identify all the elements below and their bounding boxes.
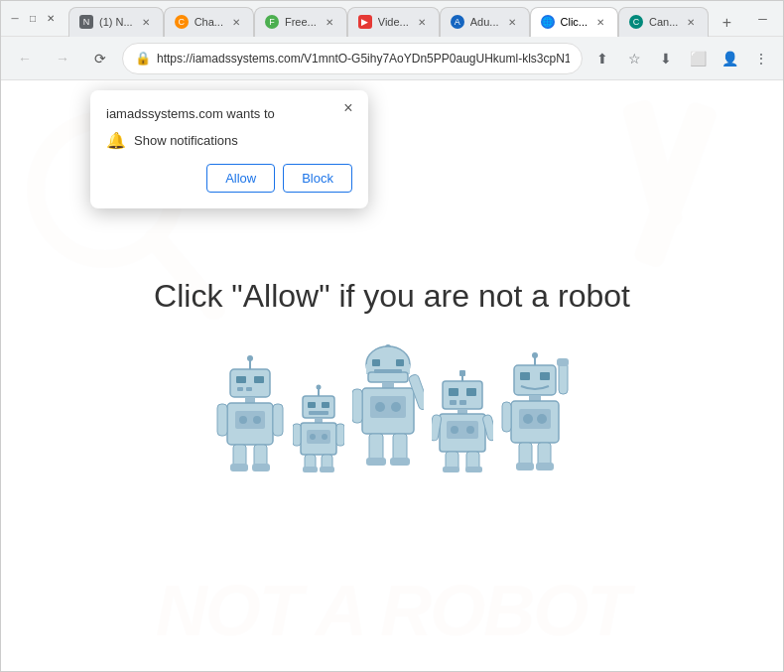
svg-rect-78 [514,365,556,395]
svg-point-68 [451,426,458,434]
svg-point-5 [247,355,253,361]
svg-rect-38 [320,467,334,472]
menu-button[interactable]: ⋮ [747,45,775,72]
robot-4 [432,369,493,473]
tab-6-active[interactable]: 🌐 Clic... ✕ [530,7,619,37]
svg-rect-80 [540,372,550,380]
maximize-button[interactable]: □ [27,13,39,25]
tab-favicon-2: C [175,15,189,29]
tab-favicon-1: N [79,15,93,29]
reload-button[interactable]: ⟳ [84,43,116,74]
tabs-container: N (1) N... ✕ C Cha... ✕ F Free... ✕ ▶ Vi… [68,1,740,37]
lock-icon: 🔒 [135,51,151,66]
popup-buttons: Allow Block [106,164,352,193]
back-button[interactable]: ← [9,43,41,74]
svg-rect-17 [273,404,283,436]
popup-title: iamadssystems.com wants to [106,106,352,121]
window-controls: ─ □ ✕ [9,13,57,25]
robot-5 [501,352,569,473]
svg-point-14 [239,416,247,424]
tab-3[interactable]: F Free... ✕ [254,7,347,37]
tab-4[interactable]: ▶ Vide... ✕ [347,7,440,37]
svg-rect-11 [245,397,255,403]
popup-close-button[interactable]: × [338,98,358,118]
browser-window: ─ □ ✕ N (1) N... ✕ C Cha... ✕ F Free... … [0,0,784,672]
click-message: Click "Allow" if you are not a robot [154,278,630,315]
block-button[interactable]: Block [283,164,352,193]
tab-label-4: Vide... [378,16,409,28]
maximize-win-button[interactable]: □ [780,9,784,29]
tab-7[interactable]: C Can... ✕ [618,7,709,37]
svg-rect-53 [352,389,362,423]
svg-rect-2 [633,100,719,269]
forward-button[interactable]: → [47,43,78,74]
tab-label-7: Can... [649,16,678,28]
tab-favicon-4: ▶ [358,15,372,29]
robot-3 [352,344,424,473]
new-tab-button[interactable]: + [713,9,740,37]
svg-rect-26 [322,402,329,408]
profile-button[interactable]: 👤 [716,45,743,72]
svg-rect-33 [293,424,301,446]
svg-rect-57 [390,458,410,466]
tab-5[interactable]: A Adu... ✕ [440,7,530,37]
svg-rect-56 [366,458,386,466]
minimize-button[interactable]: ─ [9,13,21,25]
svg-rect-47 [382,382,394,388]
svg-rect-59 [459,370,465,376]
svg-point-77 [532,352,538,358]
svg-rect-7 [236,376,246,383]
svg-rect-74 [443,467,459,472]
extension-button[interactable]: ⬜ [684,45,712,72]
close-button[interactable]: ✕ [45,13,57,25]
tab-label-1: (1) N... [99,16,133,28]
bookmark-button[interactable]: ☆ [620,45,648,72]
tab-favicon-6: 🌐 [541,15,555,29]
navigation-bar: ← → ⟳ 🔒 ⬆ ☆ ⬇ ⬜ 👤 ⋮ [1,37,783,80]
tab-favicon-7: C [629,15,643,29]
tab-favicon-3: F [265,15,279,29]
tab-close-1[interactable]: ✕ [139,15,153,29]
tab-1[interactable]: N (1) N... ✕ [68,7,164,37]
title-bar: ─ □ ✕ N (1) N... ✕ C Cha... ✕ F Free... … [1,1,783,37]
tab-close-6[interactable]: ✕ [593,15,607,29]
bell-icon: 🔔 [106,131,126,150]
svg-rect-81 [529,395,541,401]
address-bar[interactable]: 🔒 [122,43,583,74]
tab-label-2: Cha... [195,16,223,28]
notification-popup: × iamadssystems.com wants to 🔔 Show noti… [90,90,368,208]
svg-point-32 [322,434,327,440]
svg-rect-34 [336,424,344,446]
allow-button[interactable]: Allow [206,164,275,193]
url-input[interactable] [157,52,570,66]
svg-rect-61 [449,388,458,396]
share-button[interactable]: ⬆ [588,45,616,72]
tab-close-7[interactable]: ✕ [684,15,698,29]
svg-rect-25 [308,402,316,408]
minimize-win-button[interactable]: ─ [752,9,772,29]
tab-close-4[interactable]: ✕ [415,15,429,29]
page-content: × iamadssystems.com wants to 🔔 Show noti… [1,80,783,671]
svg-rect-64 [459,400,466,405]
svg-point-85 [537,414,547,424]
tab-label-5: Adu... [470,16,499,28]
popup-notification-row: 🔔 Show notifications [106,131,352,150]
tab-2[interactable]: C Cha... ✕ [164,7,254,37]
svg-rect-62 [466,388,476,396]
svg-rect-55 [393,434,407,462]
tab-close-2[interactable]: ✕ [229,15,243,29]
tab-close-5[interactable]: ✕ [505,15,519,29]
svg-rect-21 [252,464,270,471]
svg-rect-88 [557,358,569,366]
svg-point-31 [310,434,316,440]
tab-close-3[interactable]: ✕ [323,15,336,29]
svg-rect-87 [559,362,568,394]
popup-notification-label: Show notifications [134,133,238,148]
svg-rect-44 [372,359,380,366]
download-button[interactable]: ⬇ [652,45,680,72]
svg-rect-45 [396,359,404,366]
svg-point-15 [253,416,261,424]
svg-rect-91 [516,463,534,470]
svg-rect-79 [520,372,530,380]
tab-label-6: Clic... [561,16,588,28]
